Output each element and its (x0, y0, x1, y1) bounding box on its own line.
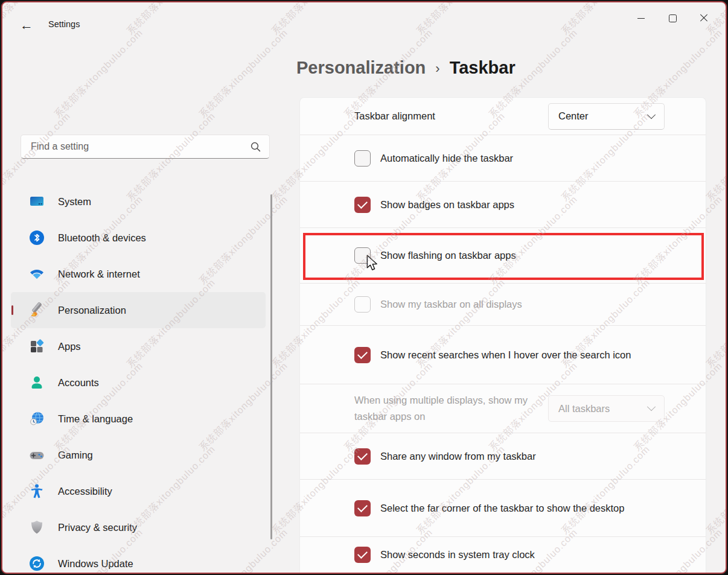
sidebar-item-accessibility[interactable]: Accessibility (11, 473, 266, 509)
show-seconds-checkbox[interactable] (354, 547, 371, 563)
search-input[interactable] (30, 141, 246, 153)
sidebar-item-network-internet[interactable]: Network & internet (11, 256, 266, 292)
setting-label: Show recent searches when I hover over t… (380, 347, 631, 363)
recent-searches-checkbox[interactable] (354, 347, 371, 363)
show-flashing-checkbox[interactable] (354, 247, 371, 264)
window-frame: ← Settings Personalization › Taskbar Sys… (0, 0, 728, 575)
back-arrow-icon: ← (20, 17, 33, 33)
window-controls (625, 7, 720, 29)
setting-label: Show seconds in system tray clock (380, 547, 535, 563)
sidebar-item-windows-update[interactable]: Windows Update (11, 545, 266, 574)
gaming-gamepad-icon (29, 447, 45, 463)
show-badges-checkbox[interactable] (354, 197, 371, 213)
setting-row-auto-hide-taskbar: Automatically hide the taskbar (300, 135, 706, 182)
sidebar-item-accounts[interactable]: Accounts (11, 364, 266, 401)
setting-label: Show flashing on taskbar apps (380, 247, 516, 264)
watermark-text: 系统部落xitongbuluo.com (197, 27, 291, 121)
auto-hide-taskbar-checkbox[interactable] (354, 150, 371, 167)
minimize-button[interactable] (625, 7, 657, 29)
setting-row-recent-searches: Show recent searches when I hover over t… (300, 326, 706, 384)
sidebar-item-time-language[interactable]: Time & language (11, 401, 266, 437)
privacy-shield-icon (29, 519, 45, 535)
back-button[interactable]: ← (17, 16, 36, 35)
setting-row-show-flashing: Show flashing on taskbar apps (300, 228, 706, 284)
close-button[interactable] (688, 7, 720, 29)
accessibility-person-icon (29, 483, 45, 499)
page-title: Taskbar (450, 58, 516, 78)
setting-label: Share any window from my taskbar (380, 448, 536, 465)
chevron-right-icon: › (435, 59, 439, 77)
setting-row-multiple-displays: When using multiple displays, show my ta… (300, 384, 706, 433)
bluetooth-icon (29, 230, 45, 246)
minimize-icon (637, 18, 645, 19)
sidebar-item-label: Personalization (58, 305, 126, 316)
setting-row-show-badges: Show badges on taskbar apps (300, 182, 706, 228)
multiple-displays-dropdown: All taskbars (548, 395, 665, 422)
taskbar-settings-panel: Taskbar alignment Center Automatically h… (299, 97, 706, 573)
taskbar-alignment-dropdown[interactable]: Center (548, 103, 665, 130)
breadcrumb: Personalization › Taskbar (296, 58, 516, 78)
watermark-text: 系统部落xitongbuluo.com (52, 27, 146, 121)
watermark-text: 系统部落xitongbuluo.com (124, 2, 219, 37)
taskbar-all-displays-checkbox (354, 296, 371, 313)
network-wifi-icon (29, 266, 45, 282)
watermark-text: 系统部落xitongbuluo.com (414, 2, 508, 37)
watermark-text: 系统部落xitongbuluo.com (704, 277, 726, 371)
sidebar-scrollbar[interactable] (270, 194, 272, 539)
sidebar-item-label: Accounts (58, 377, 99, 389)
setting-row-taskbar-alignment: Taskbar alignment Center (300, 98, 706, 135)
time-language-globe-clock-icon (29, 411, 45, 427)
setting-row-far-corner-desktop: Select the far corner of the taskbar to … (300, 480, 706, 537)
sidebar-item-privacy-security[interactable]: Privacy & security (11, 509, 266, 545)
search-icon[interactable] (251, 142, 261, 152)
sidebar-item-label: System (58, 196, 91, 208)
sidebar-item-label: Apps (58, 341, 81, 352)
setting-label: Taskbar alignment (354, 108, 435, 124)
windows-update-sync-icon (29, 556, 45, 571)
setting-row-taskbar-all-displays: Show my taskbar on all displays (300, 284, 706, 326)
dropdown-value: Center (558, 110, 589, 122)
sidebar-item-personalization[interactable]: Personalization (11, 292, 266, 328)
settings-window: ← Settings Personalization › Taskbar Sys… (1, 1, 727, 574)
sidebar-item-label: Privacy & security (58, 522, 137, 533)
system-icon (29, 194, 45, 209)
chevron-down-icon (647, 402, 656, 411)
setting-row-show-seconds: Show seconds in system tray clock (300, 537, 706, 573)
personalization-brush-icon (29, 302, 45, 318)
far-corner-desktop-checkbox[interactable] (354, 500, 371, 516)
setting-label: Show badges on taskbar apps (380, 197, 514, 213)
sidebar-item-label: Network & internet (58, 268, 140, 280)
watermark-text: 系统部落xitongbuluo.com (269, 2, 363, 37)
sidebar-item-label: Accessibility (58, 486, 112, 497)
dropdown-value: All taskbars (558, 403, 610, 415)
sidebar-item-label: Gaming (58, 450, 93, 461)
watermark-text: 系统部落xitongbuluo.com (704, 110, 726, 205)
sidebar-item-apps[interactable]: Apps (11, 328, 266, 364)
setting-label: Select the far corner of the taskbar to … (380, 500, 624, 516)
app-title: Settings (48, 19, 80, 29)
maximize-icon (669, 14, 677, 22)
search-box[interactable] (21, 135, 270, 159)
maximize-button[interactable] (657, 7, 688, 29)
sidebar-item-label: Bluetooth & devices (58, 232, 146, 244)
sidebar-item-label: Windows Update (58, 558, 133, 570)
setting-label: When using multiple displays, show my ta… (354, 392, 535, 424)
sidebar-item-label: Time & language (58, 413, 133, 425)
setting-label: Automatically hide the taskbar (380, 150, 513, 167)
setting-label: Show my taskbar on all displays (380, 296, 522, 313)
watermark-text: 系统部落xitongbuluo.com (704, 443, 726, 538)
chevron-down-icon (647, 110, 656, 119)
close-icon (700, 14, 708, 22)
breadcrumb-personalization[interactable]: Personalization (296, 58, 426, 78)
setting-row-share-window: Share any window from my taskbar (300, 433, 706, 480)
sidebar-nav: System Bluetooth & devices Network & int… (11, 183, 266, 574)
sidebar-item-bluetooth-devices[interactable]: Bluetooth & devices (11, 220, 266, 256)
sidebar-item-system[interactable]: System (11, 183, 266, 220)
apps-icon (29, 338, 45, 354)
sidebar-item-gaming[interactable]: Gaming (11, 437, 266, 473)
share-window-checkbox[interactable] (354, 448, 371, 465)
accounts-person-icon (29, 375, 45, 390)
